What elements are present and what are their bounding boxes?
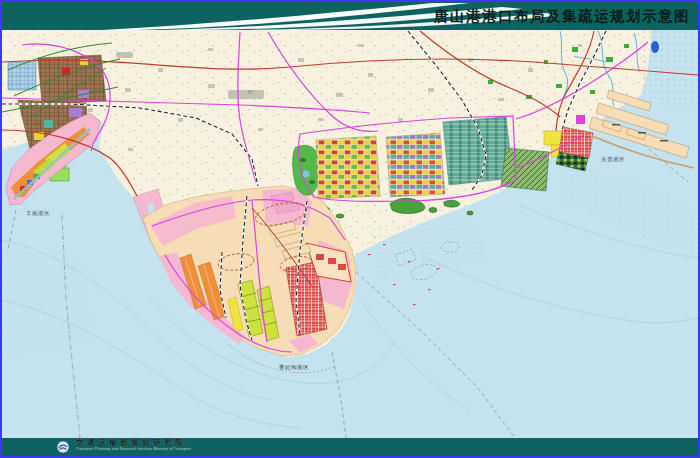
label-jingtang-port: 京唐港区 (601, 156, 625, 163)
label-fengnan-port: 丰南港区 (26, 210, 50, 217)
port-map: 丰南港区 曹妃甸港区 京唐港区 (2, 30, 698, 438)
org-name-en: Transport Planning and Research Institut… (76, 447, 191, 451)
title-banner: 唐山港港口布局及集疏运规划示意图 (2, 2, 698, 30)
page-title: 唐山港港口布局及集疏运规划示意图 (434, 7, 690, 26)
footer-org: 交通运输部规划研究院 Transport Planning and Resear… (76, 439, 332, 455)
footer-bar: 交通运输部规划研究院 Transport Planning and Resear… (2, 438, 698, 456)
tpri-logo-icon (56, 440, 70, 454)
map-document: 唐山港港口布局及集疏运规划示意图 (0, 0, 700, 458)
label-caofeidian-port: 曹妃甸港区 (279, 364, 309, 371)
map-canvas: 丰南港区 曹妃甸港区 京唐港区 (2, 30, 698, 438)
